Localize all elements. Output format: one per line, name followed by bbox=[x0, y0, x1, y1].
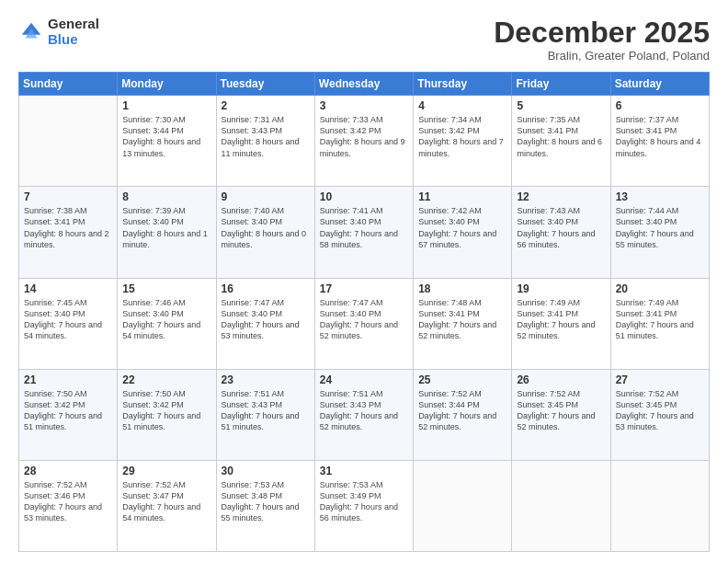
week-row-2: 7Sunrise: 7:38 AMSunset: 3:41 PMDaylight… bbox=[19, 187, 710, 278]
cell-info: Sunrise: 7:52 AMSunset: 3:45 PMDaylight:… bbox=[517, 388, 605, 433]
day-header-saturday: Saturday bbox=[610, 73, 709, 96]
cell-info: Sunrise: 7:41 AMSunset: 3:40 PMDaylight:… bbox=[320, 205, 408, 250]
day-number: 24 bbox=[320, 373, 408, 386]
logo-blue-text: Blue bbox=[48, 32, 99, 48]
day-number: 3 bbox=[320, 99, 408, 112]
day-number: 10 bbox=[320, 190, 408, 203]
day-number: 11 bbox=[418, 190, 506, 203]
cell-info: Sunrise: 7:52 AMSunset: 3:45 PMDaylight:… bbox=[616, 388, 704, 433]
day-number: 27 bbox=[616, 373, 704, 386]
day-number: 13 bbox=[616, 190, 704, 203]
day-number: 8 bbox=[122, 190, 210, 203]
calendar-cell: 10Sunrise: 7:41 AMSunset: 3:40 PMDayligh… bbox=[314, 187, 413, 278]
day-header-wednesday: Wednesday bbox=[314, 73, 413, 96]
cell-info: Sunrise: 7:33 AMSunset: 3:42 PMDaylight:… bbox=[320, 114, 408, 159]
day-number: 12 bbox=[517, 190, 605, 203]
day-number: 22 bbox=[122, 373, 210, 386]
cell-info: Sunrise: 7:43 AMSunset: 3:40 PMDaylight:… bbox=[517, 205, 605, 250]
cell-info: Sunrise: 7:50 AMSunset: 3:42 PMDaylight:… bbox=[24, 388, 112, 433]
cell-info: Sunrise: 7:35 AMSunset: 3:41 PMDaylight:… bbox=[517, 114, 605, 159]
calendar-cell: 19Sunrise: 7:49 AMSunset: 3:41 PMDayligh… bbox=[512, 278, 610, 369]
cell-info: Sunrise: 7:42 AMSunset: 3:40 PMDaylight:… bbox=[418, 205, 506, 250]
day-number: 25 bbox=[418, 373, 506, 386]
calendar-cell bbox=[610, 460, 709, 551]
cell-info: Sunrise: 7:45 AMSunset: 3:40 PMDaylight:… bbox=[24, 297, 112, 342]
day-number: 30 bbox=[222, 465, 310, 477]
day-number: 15 bbox=[122, 282, 210, 295]
header-row: SundayMondayTuesdayWednesdayThursdayFrid… bbox=[19, 73, 710, 96]
cell-info: Sunrise: 7:39 AMSunset: 3:40 PMDaylight:… bbox=[122, 205, 210, 250]
cell-info: Sunrise: 7:44 AMSunset: 3:40 PMDaylight:… bbox=[616, 205, 704, 250]
header: General Blue December 2025 Bralin, Great… bbox=[18, 17, 710, 63]
cell-info: Sunrise: 7:34 AMSunset: 3:42 PMDaylight:… bbox=[418, 114, 506, 159]
cell-info: Sunrise: 7:40 AMSunset: 3:40 PMDaylight:… bbox=[222, 205, 310, 250]
calendar-cell: 4Sunrise: 7:34 AMSunset: 3:42 PMDaylight… bbox=[414, 96, 512, 187]
cell-info: Sunrise: 7:49 AMSunset: 3:41 PMDaylight:… bbox=[616, 297, 704, 342]
calendar-cell: 2Sunrise: 7:31 AMSunset: 3:43 PMDaylight… bbox=[216, 96, 314, 187]
cell-info: Sunrise: 7:51 AMSunset: 3:43 PMDaylight:… bbox=[222, 388, 310, 433]
cell-info: Sunrise: 7:47 AMSunset: 3:40 PMDaylight:… bbox=[222, 297, 310, 342]
cell-info: Sunrise: 7:53 AMSunset: 3:48 PMDaylight:… bbox=[222, 479, 310, 524]
calendar-cell: 29Sunrise: 7:52 AMSunset: 3:47 PMDayligh… bbox=[118, 460, 216, 551]
day-number: 20 bbox=[616, 282, 704, 295]
calendar-cell bbox=[414, 460, 512, 551]
calendar-cell: 31Sunrise: 7:53 AMSunset: 3:49 PMDayligh… bbox=[314, 460, 413, 551]
cell-info: Sunrise: 7:30 AMSunset: 3:44 PMDaylight:… bbox=[122, 114, 210, 159]
calendar-cell: 7Sunrise: 7:38 AMSunset: 3:41 PMDaylight… bbox=[19, 187, 118, 278]
day-number: 18 bbox=[418, 282, 506, 295]
week-row-3: 14Sunrise: 7:45 AMSunset: 3:40 PMDayligh… bbox=[19, 278, 710, 369]
day-header-sunday: Sunday bbox=[19, 73, 118, 96]
calendar-cell: 15Sunrise: 7:46 AMSunset: 3:40 PMDayligh… bbox=[118, 278, 216, 369]
day-number: 28 bbox=[24, 465, 112, 477]
day-number: 17 bbox=[320, 282, 408, 295]
week-row-4: 21Sunrise: 7:50 AMSunset: 3:42 PMDayligh… bbox=[19, 369, 710, 460]
calendar-cell: 25Sunrise: 7:52 AMSunset: 3:44 PMDayligh… bbox=[414, 369, 512, 460]
cell-info: Sunrise: 7:37 AMSunset: 3:41 PMDaylight:… bbox=[616, 114, 704, 159]
location: Bralin, Greater Poland, Poland bbox=[494, 49, 710, 63]
day-header-friday: Friday bbox=[512, 73, 610, 96]
page: General Blue December 2025 Bralin, Great… bbox=[0, 0, 728, 563]
day-number: 1 bbox=[122, 99, 210, 112]
cell-info: Sunrise: 7:52 AMSunset: 3:47 PMDaylight:… bbox=[122, 479, 210, 524]
day-number: 19 bbox=[517, 282, 605, 295]
day-number: 16 bbox=[222, 282, 310, 295]
day-number: 26 bbox=[517, 373, 605, 386]
calendar-cell: 1Sunrise: 7:30 AMSunset: 3:44 PMDaylight… bbox=[118, 96, 216, 187]
cell-info: Sunrise: 7:50 AMSunset: 3:42 PMDaylight:… bbox=[122, 388, 210, 433]
week-row-5: 28Sunrise: 7:52 AMSunset: 3:46 PMDayligh… bbox=[19, 460, 710, 551]
day-number: 5 bbox=[517, 99, 605, 112]
day-header-thursday: Thursday bbox=[414, 73, 512, 96]
calendar-cell: 17Sunrise: 7:47 AMSunset: 3:40 PMDayligh… bbox=[314, 278, 413, 369]
calendar-cell: 8Sunrise: 7:39 AMSunset: 3:40 PMDaylight… bbox=[118, 187, 216, 278]
logo: General Blue bbox=[18, 17, 99, 47]
cell-info: Sunrise: 7:53 AMSunset: 3:49 PMDaylight:… bbox=[320, 479, 408, 524]
day-number: 7 bbox=[24, 190, 112, 203]
logo-general-text: General bbox=[48, 17, 99, 32]
day-number: 29 bbox=[122, 465, 210, 477]
week-row-1: 1Sunrise: 7:30 AMSunset: 3:44 PMDaylight… bbox=[19, 96, 710, 187]
cell-info: Sunrise: 7:46 AMSunset: 3:40 PMDaylight:… bbox=[122, 297, 210, 342]
calendar-cell: 6Sunrise: 7:37 AMSunset: 3:41 PMDaylight… bbox=[610, 96, 709, 187]
day-number: 21 bbox=[24, 373, 112, 386]
calendar-cell: 23Sunrise: 7:51 AMSunset: 3:43 PMDayligh… bbox=[216, 369, 314, 460]
calendar-cell: 26Sunrise: 7:52 AMSunset: 3:45 PMDayligh… bbox=[512, 369, 610, 460]
cell-info: Sunrise: 7:51 AMSunset: 3:43 PMDaylight:… bbox=[320, 388, 408, 433]
day-header-monday: Monday bbox=[118, 73, 216, 96]
calendar-cell: 18Sunrise: 7:48 AMSunset: 3:41 PMDayligh… bbox=[414, 278, 512, 369]
calendar-cell: 11Sunrise: 7:42 AMSunset: 3:40 PMDayligh… bbox=[414, 187, 512, 278]
logo-text: General Blue bbox=[48, 17, 99, 47]
cell-info: Sunrise: 7:52 AMSunset: 3:46 PMDaylight:… bbox=[24, 479, 112, 524]
day-header-tuesday: Tuesday bbox=[216, 73, 314, 96]
logo-icon bbox=[18, 19, 44, 45]
calendar-cell: 5Sunrise: 7:35 AMSunset: 3:41 PMDaylight… bbox=[512, 96, 610, 187]
day-number: 6 bbox=[616, 99, 704, 112]
calendar-table: SundayMondayTuesdayWednesdayThursdayFrid… bbox=[18, 72, 710, 552]
title-block: December 2025 Bralin, Greater Poland, Po… bbox=[494, 17, 710, 63]
calendar-cell: 24Sunrise: 7:51 AMSunset: 3:43 PMDayligh… bbox=[314, 369, 413, 460]
calendar-cell: 9Sunrise: 7:40 AMSunset: 3:40 PMDaylight… bbox=[216, 187, 314, 278]
day-number: 9 bbox=[222, 190, 310, 203]
calendar-cell: 20Sunrise: 7:49 AMSunset: 3:41 PMDayligh… bbox=[610, 278, 709, 369]
cell-info: Sunrise: 7:47 AMSunset: 3:40 PMDaylight:… bbox=[320, 297, 408, 342]
calendar-cell: 3Sunrise: 7:33 AMSunset: 3:42 PMDaylight… bbox=[314, 96, 413, 187]
day-number: 2 bbox=[222, 99, 310, 112]
